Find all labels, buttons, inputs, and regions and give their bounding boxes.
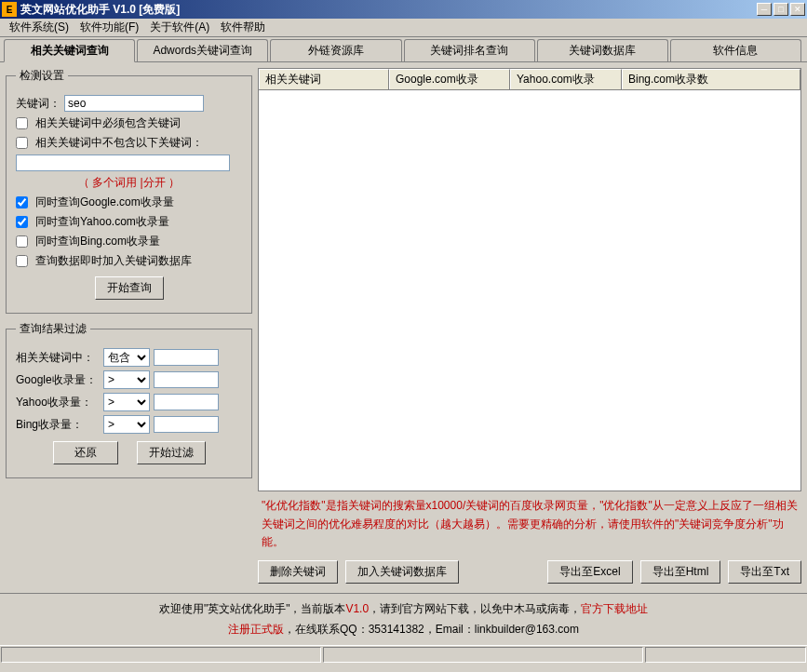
maximize-button[interactable]: □ [773, 3, 788, 16]
tab-strip: 相关关键词查询 Adwords关键词查询 外链资源库 关键词排名查询 关键词数据… [0, 37, 807, 62]
menu-help[interactable]: 软件帮助 [215, 18, 271, 37]
filter-group: 查询结果过滤 相关关键词中： 包含 Google收录量： > Yahoo收录量：… [6, 321, 252, 478]
tab-related-keyword[interactable]: 相关关键词查询 [4, 39, 135, 62]
bing-op-select[interactable]: > [103, 415, 150, 434]
status-cell-3 [645, 647, 806, 663]
start-filter-button[interactable]: 开始过滤 [137, 441, 206, 464]
google-filter-label: Google收录量： [16, 372, 100, 388]
menu-about[interactable]: 关于软件(A) [144, 18, 215, 37]
tab-backlink[interactable]: 外链资源库 [270, 39, 401, 61]
col-yahoo[interactable]: Yahoo.com收录 [510, 69, 622, 89]
status-cell-1 [1, 647, 321, 663]
app-icon: E [2, 2, 17, 17]
statusbar [0, 645, 807, 664]
add-db-checkbox[interactable] [16, 255, 28, 267]
titlebar: E 英文网站优化助手 V1.0 [免费版] ─ □ ✕ [0, 0, 807, 19]
add-db-label: 查询数据即时加入关键词数据库 [35, 253, 192, 269]
add-to-db-button[interactable]: 加入关键词数据库 [345, 560, 459, 584]
minimize-button[interactable]: ─ [757, 3, 772, 16]
download-link[interactable]: 官方下载地址 [581, 602, 648, 615]
register-link[interactable]: 注册正式版 [228, 623, 284, 636]
footer: 欢迎使用"英文站优化助手"，当前版本V1.0，请到官方网站下载，以免中木马或病毒… [0, 593, 807, 645]
bing-value-input[interactable] [154, 416, 219, 433]
split-hint: （ 多个词用 |分开 ） [78, 175, 180, 191]
related-op-select[interactable]: 包含 [103, 348, 150, 367]
must-contain-checkbox[interactable] [16, 117, 28, 129]
bing-filter-label: Bing收录量： [16, 417, 100, 433]
tab-keyword-db[interactable]: 关键词数据库 [537, 39, 668, 61]
check-yahoo-checkbox[interactable] [16, 216, 28, 228]
related-filter-label: 相关关键词中： [16, 350, 100, 366]
check-bing-checkbox[interactable] [16, 235, 28, 248]
check-bing-label: 同时查询Bing.com收录量 [35, 234, 160, 249]
optimization-hint: "化优化指数"是指关键词的搜索量x10000/关键词的百度收录网页量，"优化指数… [258, 491, 801, 557]
detect-legend: 检测设置 [16, 68, 68, 84]
tab-software-info[interactable]: 软件信息 [670, 39, 801, 61]
footer-contact: ，在线联系QQ：353141382，Email：linkbuilder@163.… [284, 623, 579, 636]
footer-version: V1.0 [345, 602, 369, 615]
must-contain-label: 相关关键词中必须包含关键词 [35, 115, 181, 131]
menu-function[interactable]: 软件功能(F) [74, 18, 144, 37]
footer-line1a: 欢迎使用"英文站优化助手"，当前版本 [159, 602, 346, 615]
col-google[interactable]: Google.com收录 [389, 69, 510, 89]
tab-adwords[interactable]: Adwords关键词查询 [137, 39, 268, 61]
keyword-label: 关键词： [16, 96, 61, 112]
col-bing[interactable]: Bing.com收录数 [622, 69, 800, 89]
google-value-input[interactable] [154, 371, 219, 388]
window-title: 英文网站优化助手 V1.0 [免费版] [20, 2, 757, 18]
yahoo-op-select[interactable]: > [103, 393, 150, 411]
table-header: 相关关键词 Google.com收录 Yahoo.com收录 Bing.com收… [258, 68, 801, 90]
yahoo-filter-label: Yahoo收录量： [16, 395, 100, 410]
status-cell-2 [323, 647, 643, 663]
menubar: 软件系统(S) 软件功能(F) 关于软件(A) 软件帮助 [0, 19, 807, 37]
reset-filter-button[interactable]: 还原 [53, 441, 118, 464]
delete-keyword-button[interactable]: 删除关键词 [258, 560, 338, 584]
exclude-input[interactable] [16, 155, 230, 171]
footer-line1b: ，请到官方网站下载，以免中木马或病毒， [369, 602, 581, 615]
detect-settings-group: 检测设置 关键词： 相关关键词中必须包含关键词 相关关键词中不包含以下关键词： … [6, 68, 252, 314]
keyword-input[interactable] [64, 95, 204, 112]
table-body[interactable] [258, 90, 801, 491]
export-excel-button[interactable]: 导出至Excel [547, 560, 632, 584]
related-value-input[interactable] [154, 349, 219, 366]
menu-system[interactable]: 软件系统(S) [4, 18, 74, 37]
col-keyword[interactable]: 相关关键词 [259, 69, 389, 89]
must-exclude-label: 相关关键词中不包含以下关键词： [35, 135, 203, 151]
start-query-button[interactable]: 开始查询 [95, 276, 164, 300]
check-google-label: 同时查询Google.com收录量 [35, 195, 174, 210]
filter-legend: 查询结果过滤 [16, 321, 90, 337]
export-html-button[interactable]: 导出至Html [640, 560, 721, 584]
check-google-checkbox[interactable] [16, 196, 28, 208]
must-exclude-checkbox[interactable] [16, 137, 28, 149]
export-txt-button[interactable]: 导出至Txt [728, 560, 801, 584]
check-yahoo-label: 同时查询Yahoo.com收录量 [35, 214, 169, 230]
google-op-select[interactable]: > [103, 370, 150, 389]
yahoo-value-input[interactable] [154, 394, 219, 410]
close-button[interactable]: ✕ [790, 3, 805, 16]
tab-ranking[interactable]: 关键词排名查询 [404, 39, 535, 61]
